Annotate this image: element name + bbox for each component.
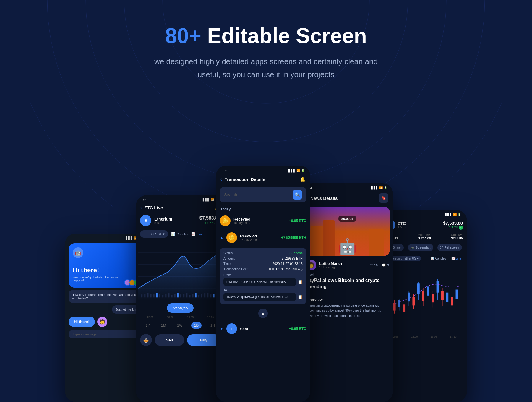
chart-type-tabs: 📊Candles 📈Line: [429, 256, 463, 261]
ztc-change: 1.37 % ✓: [443, 226, 463, 230]
to-address-row: TN5V5G4eqjhDH0XEgeGlbRJJFfBMu56ZVfCx 📋: [223, 293, 303, 301]
to-address: TN5V5G4eqjhDH0XEgeGlbRJJFfBMu56ZVfCx: [223, 293, 296, 301]
candle-chart-right: [384, 263, 465, 334]
line-tab-trading[interactable]: 📈Line: [191, 232, 203, 236]
from-address-row: RWRmyGRoJkHKxjaCBSH2wxant82q3yNoS 📋: [223, 278, 303, 286]
sent-icon: ↑: [226, 323, 237, 334]
received-item-2[interactable]: ▲ 🪙 Recevied 18 July 2019 +7.529999 ETH: [216, 229, 310, 246]
robot-price-tag: $0.0004: [338, 216, 356, 222]
buy-button[interactable]: Buy: [187, 334, 220, 346]
svg-rect-37: [213, 294, 215, 297]
header-section: 80+ Editable Screen we designed highly d…: [0, 0, 532, 81]
period-tabs: 1Y 1M 1W 1D 1H: [136, 320, 225, 331]
fee-label: Transaction Fee:: [223, 267, 248, 271]
news-category: Bitcoin: [301, 273, 393, 276]
likes-action[interactable]: ♡16: [370, 263, 378, 267]
stats-row: Open $ 232.41 24H. High $ 234.00 24H Low…: [381, 232, 467, 241]
back-icon-tx[interactable]: ‹: [220, 176, 222, 182]
page-title: 80+ Editable Screen: [0, 24, 532, 48]
eth-icon: Ξ: [140, 215, 151, 226]
back-icon-trading[interactable]: ‹: [140, 205, 142, 211]
collapse-btn[interactable]: ▲: [216, 306, 310, 320]
search-bar[interactable]: Search 🔍: [220, 187, 306, 202]
candles-tab-trading[interactable]: 📊Candles: [171, 232, 188, 236]
svg-rect-15: [147, 293, 148, 297]
status-bar-right: 9:41 ▋▋▋ 📶 🔋: [381, 210, 467, 218]
bell-icon-tx[interactable]: 🔔: [300, 176, 306, 182]
amount-label: Amount: [223, 257, 235, 260]
svg-rect-16: [150, 294, 152, 297]
author-time: 14 hours ago: [319, 266, 342, 269]
comments-action[interactable]: 💬9: [382, 263, 389, 267]
news-nav: ‹ News Details 🔖: [301, 191, 393, 205]
svg-rect-13: [141, 294, 142, 297]
ztc-coin-sub: ZBitcoin: [398, 226, 408, 229]
period-1y[interactable]: 1Y: [143, 322, 153, 329]
pair-pill[interactable]: ETH / USDT ▾: [140, 230, 168, 238]
pie-btn[interactable]: 🥧: [140, 334, 152, 346]
svg-rect-62: [432, 294, 434, 302]
news-body-text: Interest in cryptocurrency is surging on…: [301, 303, 393, 319]
svg-rect-66: [441, 291, 444, 300]
sent-item[interactable]: ▼ ↑ Sent +0.95 BTC: [216, 320, 310, 337]
svg-rect-29: [189, 295, 190, 297]
received-icon-1: 🪙: [220, 215, 231, 226]
trading-title: ZTC Live: [144, 205, 212, 210]
line-tab-right[interactable]: 📈Line: [450, 256, 463, 261]
svg-rect-58: [422, 291, 424, 301]
coin-row-right: Z ZTC ZBitcoin $7,583.88 1.37 % ✓: [381, 218, 467, 232]
svg-rect-36: [210, 294, 211, 297]
news-image: $0.0004 🤖: [305, 207, 390, 256]
action-icons-right: ↗Share 📷Screenshot ⛶Full screen: [381, 242, 467, 253]
svg-rect-56: [417, 283, 420, 294]
ztc-price: $7,583.88: [443, 221, 463, 226]
chat-greeting-text: Hi there!: [73, 266, 99, 274]
svg-rect-26: [180, 294, 181, 297]
svg-rect-54: [412, 297, 415, 305]
svg-rect-72: [456, 290, 458, 299]
received-name-1: Recevied: [233, 217, 286, 221]
search-icon-btn[interactable]: 🔍: [293, 190, 302, 200]
chat-user-avatar: 🧑: [97, 317, 107, 327]
page-subtitle: we designed highly detailed apps screens…: [139, 55, 393, 81]
chat-blue-card: 🤖 Hi there! Welcome to Cryptowhale. How …: [69, 243, 144, 288]
sell-button[interactable]: Sell: [155, 334, 184, 346]
candles-tab-right[interactable]: 📊Candles: [429, 256, 448, 261]
fee-row: Transaction Fee: 0.001218 Ether ($0.49): [223, 267, 303, 271]
svg-rect-64: [437, 281, 439, 293]
line-chart-svg: 0.9 0.8 0.7 0.6: [138, 239, 222, 302]
bookmark-btn[interactable]: 🔖: [379, 193, 388, 203]
copy-icon-to[interactable]: 📋: [298, 295, 303, 299]
received-item-1[interactable]: 🪙 Recevied 18 July 2019 +0.95 BTC: [216, 213, 310, 229]
fullscreen-btn[interactable]: ⛶Full screen: [437, 244, 462, 251]
ztc-coin-name: ZTC: [398, 221, 408, 226]
period-1m[interactable]: 1M: [159, 322, 168, 329]
time-labels-trading: 12:55 13:00 13:05 13:10: [136, 315, 225, 320]
hi-there-btn[interactable]: Hi there! 🧑: [69, 317, 144, 327]
to-label: To: [223, 288, 303, 292]
screenshot-btn[interactable]: 📷Screenshot: [408, 244, 434, 251]
copy-icon-from[interactable]: 📋: [298, 280, 303, 284]
received-name-2: Recevied: [240, 234, 278, 238]
chat-input-bar[interactable]: Type a message... 😊: [69, 330, 144, 338]
svg-rect-30: [192, 294, 194, 297]
chart-select-row: Ethereum / Tether US ▾ 📊Candles 📈Line: [381, 254, 467, 263]
user-message: Just let me know!: [69, 305, 144, 314]
svg-rect-34: [204, 293, 205, 297]
phone-transaction: 9:41 ▋▋▋ 📶 🔋 ‹ Transaction Details 🔔 Sea…: [216, 166, 310, 402]
status-row: Status Success: [223, 251, 303, 255]
period-1d-active[interactable]: 1D: [191, 322, 202, 329]
high-stat: 24H. High $ 234.00: [418, 234, 431, 240]
svg-rect-48: [398, 300, 400, 307]
coin-name-trading: Etherium: [154, 217, 172, 221]
svg-rect-19: [159, 294, 160, 297]
received-date-2: 18 July 2019: [240, 238, 278, 241]
svg-rect-22: [168, 293, 169, 297]
title-blue: 80+: [165, 24, 201, 48]
tx-detail-box: Status Success Amount 7.529999 ETH Time …: [220, 248, 306, 304]
amount-value: 7.529999 ETH: [282, 257, 303, 260]
chevron-up-icon: ▲: [220, 236, 223, 240]
fee-value: 0.001218 Ether ($0.49): [269, 267, 303, 271]
svg-rect-50: [403, 304, 405, 312]
period-1w[interactable]: 1W: [175, 322, 185, 329]
